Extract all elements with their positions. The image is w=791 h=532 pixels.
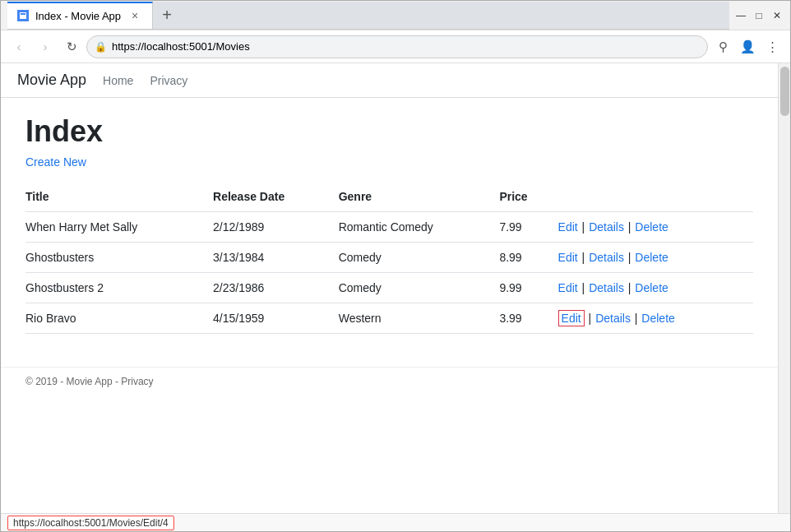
create-new-link[interactable]: Create New [25,155,86,169]
window-controls: — □ ✕ [734,9,784,22]
forward-button[interactable]: › [34,35,57,58]
cell-genre: Romantic Comedy [339,212,500,243]
cell-release-date: 2/23/1986 [213,273,339,303]
cell-genre: Comedy [339,273,500,303]
address-input[interactable] [86,35,708,58]
table-row: When Harry Met Sally2/12/1989Romantic Co… [25,212,753,243]
table-header: Title Release Date Genre Price [25,182,753,212]
action-separator: | [585,312,594,325]
action-link-delete[interactable]: Delete [635,281,668,294]
page-content: Movie App Home Privacy Index Create New … [1,63,778,513]
active-tab[interactable]: Index - Movie App × [7,2,153,29]
action-link-delete[interactable]: Delete [635,220,668,234]
lock-icon: 🔒 [95,41,107,53]
browser-window: Index - Movie App × + — □ ✕ ‹ › ↻ 🔒 ⚲ 👤 … [0,0,791,532]
movies-table: Title Release Date Genre Price When Harr… [25,182,753,334]
scrollbar-track[interactable] [778,63,790,513]
action-separator: | [625,220,634,234]
cell-release-date: 2/12/1989 [213,212,339,243]
close-window-button[interactable]: ✕ [770,9,784,22]
maximize-button[interactable]: □ [752,9,766,22]
cell-title: When Harry Met Sally [25,212,213,243]
action-link-details[interactable]: Details [589,281,624,294]
action-link-delete[interactable]: Delete [635,251,668,264]
cell-release-date: 3/13/1984 [213,243,339,273]
svg-rect-2 [21,13,25,15]
search-icon[interactable]: ⚲ [711,35,734,58]
main-content: Index Create New Title Release Date Genr… [1,98,778,350]
action-link-edit[interactable]: Edit [558,310,585,326]
cell-genre: Comedy [339,243,500,273]
status-url: https://localhost:5001/Movies/Edit/4 [7,516,174,530]
refresh-button[interactable]: ↻ [60,35,83,58]
cell-price: 9.99 [499,273,557,303]
page-content-wrapper: Movie App Home Privacy Index Create New … [1,63,790,513]
cell-price: 3.99 [499,303,557,334]
cell-genre: Western [339,303,500,334]
col-actions [558,182,753,212]
cell-actions: Edit | Details | Delete [558,243,753,273]
toolbar-icons: ⚲ 👤 ⋮ [711,35,784,58]
cell-actions: Edit | Details | Delete [558,273,753,303]
table-row: Rio Bravo4/15/1959Western3.99Edit | Deta… [25,303,753,334]
cell-title: Rio Bravo [25,303,213,334]
minimize-button[interactable]: — [734,9,747,22]
action-separator: | [625,251,634,264]
table-row: Ghostbusters3/13/1984Comedy8.99Edit | De… [25,243,753,273]
cell-price: 7.99 [499,212,557,243]
action-link-edit[interactable]: Edit [558,281,578,294]
action-link-details[interactable]: Details [589,251,624,264]
action-link-details[interactable]: Details [589,220,624,234]
action-link-delete[interactable]: Delete [641,312,674,325]
movies-tbody: When Harry Met Sally2/12/1989Romantic Co… [25,212,753,334]
cell-actions: Edit | Details | Delete [558,212,753,243]
page-footer: © 2019 - Movie App - Privacy [1,367,778,396]
profile-icon[interactable]: 👤 [736,35,759,58]
status-bar: https://localhost:5001/Movies/Edit/4 [1,513,790,531]
scrollbar-thumb[interactable] [780,67,789,116]
cell-price: 8.99 [499,243,557,273]
cell-title: Ghostbusters 2 [25,273,213,303]
tab-title: Index - Movie App [35,10,121,22]
back-button[interactable]: ‹ [7,35,30,58]
action-link-edit[interactable]: Edit [558,220,578,234]
col-release-date: Release Date [213,182,339,212]
col-genre: Genre [339,182,500,212]
col-price: Price [499,182,557,212]
action-separator: | [579,281,588,294]
action-separator: | [579,251,588,264]
action-link-details[interactable]: Details [595,312,631,325]
action-link-edit[interactable]: Edit [558,251,578,264]
col-title: Title [25,182,213,212]
page-title: Index [25,114,753,149]
cell-title: Ghostbusters [25,243,213,273]
menu-icon[interactable]: ⋮ [761,35,784,58]
address-wrapper: 🔒 [86,35,708,58]
nav-privacy[interactable]: Privacy [150,74,187,87]
table-row: Ghostbusters 22/23/1986Comedy9.99Edit | … [25,273,753,303]
tab-favicon [17,10,29,21]
site-brand[interactable]: Movie App [17,72,86,89]
action-separator: | [631,312,641,325]
nav-home[interactable]: Home [103,74,133,87]
title-bar: Index - Movie App × + — □ ✕ [1,1,790,30]
action-separator: | [579,220,588,234]
cell-actions: Edit | Details | Delete [558,303,753,334]
site-nav: Movie App Home Privacy [1,63,778,98]
address-bar: ‹ › ↻ 🔒 ⚲ 👤 ⋮ [1,30,790,63]
tab-close-button[interactable]: × [127,8,142,23]
new-tab-button[interactable]: + [153,2,181,29]
action-separator: | [625,281,634,294]
cell-release-date: 4/15/1959 [213,303,339,334]
footer-text: © 2019 - Movie App - Privacy [25,376,154,387]
